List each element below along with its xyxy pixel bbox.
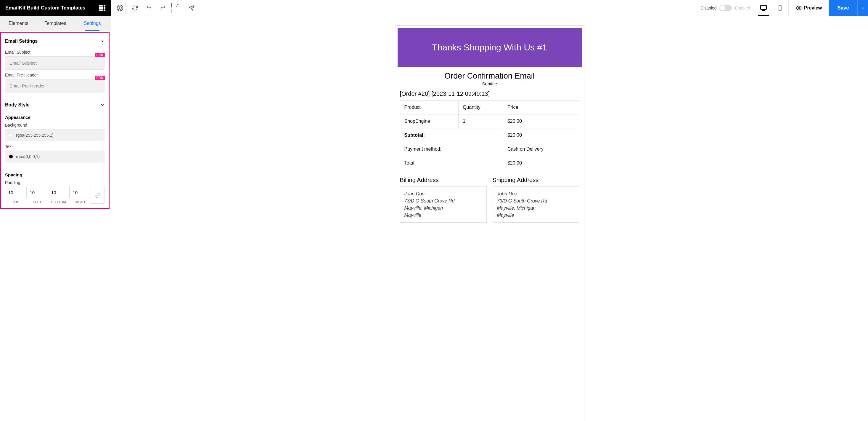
th-price: Price <box>503 101 579 114</box>
color-swatch <box>9 155 13 159</box>
color-value: rgba(255,255,255,1) <box>16 133 54 138</box>
disabled-label: Disabled <box>701 6 716 10</box>
label-padding: Padding <box>5 180 104 185</box>
cell-qty: 1 <box>459 114 503 129</box>
email-preheader-input[interactable] <box>5 79 104 92</box>
label-email-preheader: Email Pre-Header PRO <box>5 73 104 77</box>
device-desktop-button[interactable] <box>755 0 772 16</box>
divider <box>5 168 104 168</box>
email-title[interactable]: Order Confirmation Email <box>400 72 579 81</box>
canvas[interactable]: Thanks Shopping With Us #1 Order Confirm… <box>111 16 868 421</box>
chevron-down-icon <box>861 6 865 10</box>
chevron-down-icon <box>100 103 104 107</box>
shipping-address-box: John Doe 73/D G South Grove Rd Mayville,… <box>493 187 579 223</box>
wordpress-logo-button[interactable] <box>114 2 126 14</box>
addr-locality: Mayville <box>404 212 482 219</box>
billing-address-box: John Doe 73/D G South Grove Rd Mayville,… <box>400 187 487 223</box>
redo-button[interactable] <box>156 0 170 16</box>
appearance-heading: Appearance <box>5 115 104 120</box>
save-label: Save <box>837 5 849 11</box>
device-mobile-button[interactable] <box>772 0 788 16</box>
total-value: $20.00 <box>503 156 579 170</box>
table-row: ShopEngine 1 $20.00 <box>400 114 579 129</box>
payment-value: Cash on Delivery <box>503 142 579 156</box>
table-row: Product Quantity Price <box>400 101 579 114</box>
apps-grid-icon[interactable] <box>99 5 105 11</box>
eye-icon <box>796 5 802 11</box>
pro-badge: PRO <box>95 53 105 57</box>
section-title: Email Settings <box>5 38 38 44</box>
refresh-button[interactable] <box>128 0 142 16</box>
padding-right-input[interactable] <box>69 187 91 198</box>
section-email-settings[interactable]: Email Settings <box>5 35 104 47</box>
addr-locality: Mayville <box>497 212 575 219</box>
payment-label: Payment method: <box>400 142 503 156</box>
app-title: EmailKit Build Custom Templates <box>5 5 86 11</box>
padding-bottom-label: BOTTOM <box>48 200 69 204</box>
padding-left-label: LEFT <box>27 200 48 204</box>
send-icon <box>189 5 194 11</box>
enable-toggle[interactable] <box>719 5 732 11</box>
pro-badge: PRO <box>95 76 105 80</box>
preview-button[interactable]: Preview <box>788 0 829 16</box>
email-subject-input[interactable] <box>5 56 104 70</box>
shortcode-button[interactable]: [ / ] <box>170 0 184 16</box>
billing-column[interactable]: Billing Address John Doe 73/D G South Gr… <box>400 177 487 223</box>
svg-rect-6 <box>779 5 781 10</box>
table-row: Total: $20.00 <box>400 156 579 170</box>
email-preview-frame[interactable]: Thanks Shopping With Us #1 Order Confirm… <box>395 26 584 421</box>
refresh-icon <box>132 5 138 11</box>
cell-price: $20.00 <box>503 114 579 129</box>
section-title: Body Style <box>5 102 30 108</box>
sidebar-header: EmailKit Build Custom Templates <box>0 0 111 16</box>
padding-left-input[interactable] <box>27 187 48 198</box>
table-row: Payment method: Cash on Delivery <box>400 142 579 156</box>
device-switcher <box>755 0 788 16</box>
padding-bottom-input[interactable] <box>48 187 69 198</box>
sidebar-tabs: Elements Templates Settings <box>0 16 111 31</box>
svg-point-8 <box>798 7 799 8</box>
mobile-icon <box>777 5 783 11</box>
shipping-column[interactable]: Shipping Address John Doe 73/D G South G… <box>493 177 579 223</box>
settings-highlight: Email Settings Email Subject PRO Email P… <box>0 32 110 209</box>
billing-title: Billing Address <box>400 177 487 184</box>
padding-controls: TOP LEFT BOTTOM RIGHT <box>5 187 104 204</box>
email-subtitle[interactable]: Subtitle <box>400 81 579 86</box>
padding-top-input[interactable] <box>5 187 27 198</box>
addr-name: John Doe <box>404 190 482 197</box>
color-swatch <box>9 133 13 137</box>
addr-city: Mayville, Michigan <box>497 204 575 212</box>
total-label: Total: <box>400 156 503 170</box>
background-color-field[interactable]: rgba(255,255,255,1) <box>5 129 104 141</box>
color-value: rgba(0,0,0,1) <box>16 154 40 159</box>
label-email-subject: Email Subject PRO <box>5 50 104 55</box>
addr-name: John Doe <box>497 190 575 197</box>
tab-settings[interactable]: Settings <box>74 16 111 31</box>
addr-city: Mayville, Michigan <box>404 204 482 212</box>
settings-panel: Email Settings Email Subject PRO Email P… <box>0 31 111 421</box>
link-icon <box>95 193 100 198</box>
padding-link-button[interactable] <box>91 187 104 204</box>
chevron-down-icon <box>100 39 104 43</box>
save-button[interactable]: Save <box>829 0 857 16</box>
th-quantity: Quantity <box>459 101 503 114</box>
text-color-field[interactable]: rgba(0,0,0,1) <box>5 150 104 163</box>
tab-templates[interactable]: Templates <box>37 16 74 31</box>
table-row: Subtotal: $20.00 <box>400 129 579 142</box>
subtotal-value: $20.00 <box>503 129 579 142</box>
undo-button[interactable] <box>142 0 156 16</box>
label-background: Background <box>5 123 104 128</box>
cell-product: ShopEngine <box>400 114 459 129</box>
section-body-style[interactable]: Body Style <box>5 99 104 111</box>
undo-icon <box>146 5 152 11</box>
order-meta[interactable]: [Order #20] [2023-11-12 09:49:13] <box>400 90 579 97</box>
enabled-label: Enabled <box>735 6 750 10</box>
desktop-icon <box>760 4 767 11</box>
redo-icon <box>160 5 166 11</box>
order-table[interactable]: Product Quantity Price ShopEngine 1 $20.… <box>400 100 579 170</box>
tab-elements[interactable]: Elements <box>0 16 37 31</box>
save-dropdown-button[interactable] <box>857 0 868 16</box>
email-hero[interactable]: Thanks Shopping With Us #1 <box>398 28 582 67</box>
th-product: Product <box>400 101 459 114</box>
send-test-button[interactable] <box>184 0 199 16</box>
